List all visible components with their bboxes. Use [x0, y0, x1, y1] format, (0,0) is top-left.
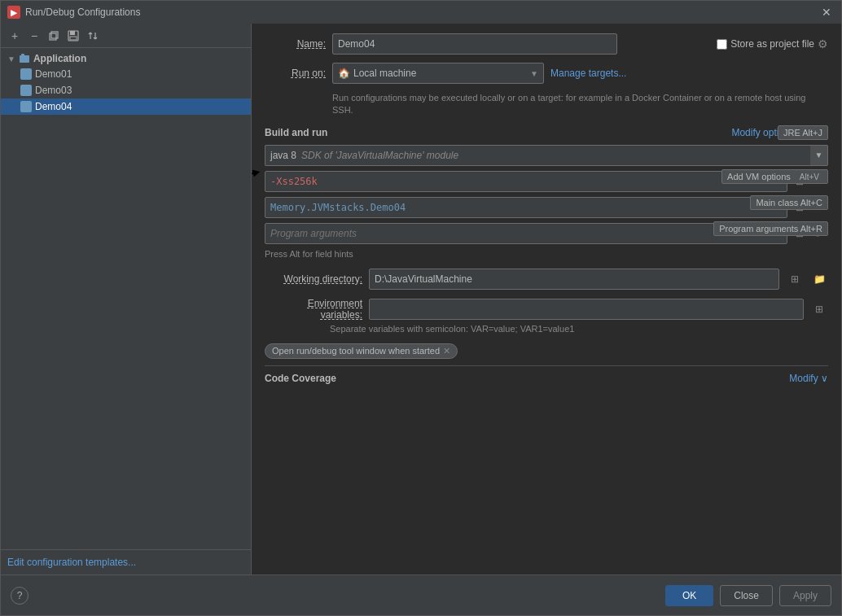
- svg-rect-5: [20, 55, 29, 63]
- main-content: + −: [1, 24, 841, 574]
- copy-icon: [48, 30, 59, 42]
- run-debug-configurations-window: ▶ Run/Debug Configurations ✕ + −: [0, 0, 842, 616]
- code-coverage-row: Code Coverage Modify ∨: [265, 365, 828, 384]
- tree-group-label: Application: [33, 53, 86, 64]
- close-button[interactable]: ✕: [818, 4, 835, 20]
- add-vm-options-tooltip: Add VM options Alt+V: [721, 169, 828, 184]
- run-on-chevron: ▼: [530, 69, 538, 78]
- left-panel-bottom: Edit configuration templates...: [1, 549, 251, 574]
- svg-line-7: [252, 173, 257, 197]
- gear-icon[interactable]: ⚙: [818, 37, 828, 50]
- demo01-icon: [20, 68, 32, 80]
- svg-rect-3: [70, 31, 75, 35]
- run-on-value: Local machine: [353, 68, 416, 79]
- prog-args-tooltip: Program arguments Alt+R: [713, 221, 828, 236]
- left-panel: + −: [1, 24, 252, 574]
- main-class-input[interactable]: [265, 197, 787, 218]
- tag-container: Open run/debug tool window when started …: [265, 343, 828, 359]
- env-hint: Separate variables with semicolon: VAR=v…: [330, 324, 828, 334]
- tree-item-demo01-label: Demo01: [35, 68, 72, 80]
- save-config-button[interactable]: [64, 27, 82, 45]
- tree-area: ▼ Application Demo01 Demo03: [1, 48, 251, 549]
- env-vars-row: Environment variables: ⊞: [265, 298, 828, 321]
- code-coverage-modify-link[interactable]: Modify ∨: [789, 373, 828, 384]
- tree-item-demo03-label: Demo03: [35, 85, 72, 96]
- jre-select[interactable]: java 8 SDK of 'JavaVirtualMachine' modul…: [265, 145, 810, 166]
- help-button[interactable]: ?: [11, 587, 29, 605]
- right-panel: Name: Store as project file ⚙ Run on: 🏠 …: [252, 24, 841, 574]
- application-icon: [19, 53, 30, 64]
- title-bar-left: ▶ Run/Debug Configurations: [7, 6, 140, 19]
- tree-expand-icon: ▼: [7, 55, 15, 63]
- name-row: Name: Store as project file ⚙: [265, 33, 828, 55]
- name-label: Name:: [265, 38, 326, 50]
- apply-button[interactable]: Apply: [779, 585, 831, 606]
- svg-rect-6: [21, 54, 24, 56]
- jre-suffix: SDK of 'JavaVirtualMachine' module: [301, 150, 458, 161]
- open-tool-window-close[interactable]: ✕: [443, 346, 450, 356]
- copy-config-button[interactable]: [45, 27, 63, 45]
- svg-rect-0: [50, 33, 56, 40]
- jre-text: java 8: [270, 150, 296, 161]
- annotation-area: 设置栈内存为256k: [265, 171, 787, 192]
- main-class-tooltip: Main class Alt+C: [750, 195, 828, 210]
- env-vars-input[interactable]: [369, 299, 804, 320]
- run-description: Run configurations may be executed local…: [332, 92, 828, 117]
- open-tool-window-label: Open run/debug tool window when started: [272, 346, 440, 356]
- tree-item-demo04-label: Demo04: [35, 101, 72, 112]
- move-config-button[interactable]: [84, 27, 102, 45]
- svg-rect-1: [51, 32, 58, 38]
- bottom-bar: ? OK Close Apply: [1, 574, 841, 615]
- vm-options-row: 设置栈内存为256k: [265, 171, 828, 192]
- manage-targets-link[interactable]: Manage targets...: [550, 68, 626, 79]
- add-config-button[interactable]: +: [6, 27, 24, 45]
- working-dir-input[interactable]: [369, 269, 779, 290]
- working-dir-copy-button[interactable]: ⊞: [786, 270, 804, 288]
- env-vars-label: Environment variables:: [265, 298, 362, 321]
- run-on-label: Run on:: [265, 68, 326, 79]
- working-dir-row: Working directory: ⊞ 📁: [265, 269, 828, 290]
- hint-text: Press Alt for field hints: [265, 249, 828, 259]
- tree-item-demo03[interactable]: Demo03: [1, 82, 251, 98]
- edit-config-templates-link[interactable]: Edit configuration templates...: [7, 557, 136, 568]
- build-run-title: Build and run: [265, 127, 327, 138]
- save-icon: [68, 30, 79, 42]
- ok-button[interactable]: OK: [665, 585, 713, 606]
- working-dir-label: Working directory:: [265, 273, 362, 285]
- jre-dropdown-button[interactable]: ▼: [810, 145, 828, 166]
- store-project-container: Store as project file ⚙: [717, 37, 828, 50]
- store-project-label: Store as project file: [730, 38, 814, 50]
- app-icon: ▶: [7, 6, 20, 19]
- tree-item-demo04[interactable]: Demo04: [1, 98, 251, 115]
- jre-tooltip: JRE Alt+J: [778, 125, 828, 140]
- jre-row: java 8 SDK of 'JavaVirtualMachine' modul…: [265, 145, 828, 166]
- run-on-select[interactable]: 🏠 Local machine ▼: [332, 63, 544, 84]
- title-bar: ▶ Run/Debug Configurations ✕: [1, 1, 841, 24]
- env-vars-copy-button[interactable]: ⊞: [810, 300, 828, 318]
- window-title: Run/Debug Configurations: [25, 7, 140, 18]
- tree-group-application: ▼ Application: [1, 51, 251, 66]
- svg-rect-4: [70, 37, 77, 40]
- prog-args-row: ⊞ ⤢ Program arguments Alt+R: [265, 223, 828, 244]
- sort-icon: [87, 30, 99, 42]
- name-input[interactable]: [332, 33, 617, 55]
- working-dir-browse-button[interactable]: 📁: [810, 270, 828, 288]
- home-icon: 🏠: [338, 68, 350, 79]
- code-coverage-title: Code Coverage: [265, 373, 336, 384]
- run-on-row: Run on: 🏠 Local machine ▼ Manage targets…: [265, 63, 828, 84]
- prog-args-input[interactable]: [265, 223, 787, 244]
- tree-item-demo01[interactable]: Demo01: [1, 66, 251, 82]
- right-panel-inner: Name: Store as project file ⚙ Run on: 🏠 …: [252, 24, 841, 574]
- bottom-buttons: OK Close Apply: [665, 585, 831, 606]
- close-dialog-button[interactable]: Close: [720, 585, 773, 606]
- build-run-header: Build and run Modify options Alt+M: [265, 127, 828, 138]
- store-project-checkbox[interactable]: [717, 39, 727, 50]
- open-tool-window-tag: Open run/debug tool window when started …: [265, 343, 458, 359]
- toolbar: + −: [1, 24, 251, 48]
- demo04-icon: [20, 101, 32, 112]
- main-class-row: ⊞ ✕ Main class Alt+C: [265, 197, 828, 218]
- vm-shortcut: Alt+V: [796, 172, 822, 182]
- vm-options-input[interactable]: [265, 171, 787, 192]
- remove-config-button[interactable]: −: [25, 27, 43, 45]
- demo03-icon: [20, 85, 32, 96]
